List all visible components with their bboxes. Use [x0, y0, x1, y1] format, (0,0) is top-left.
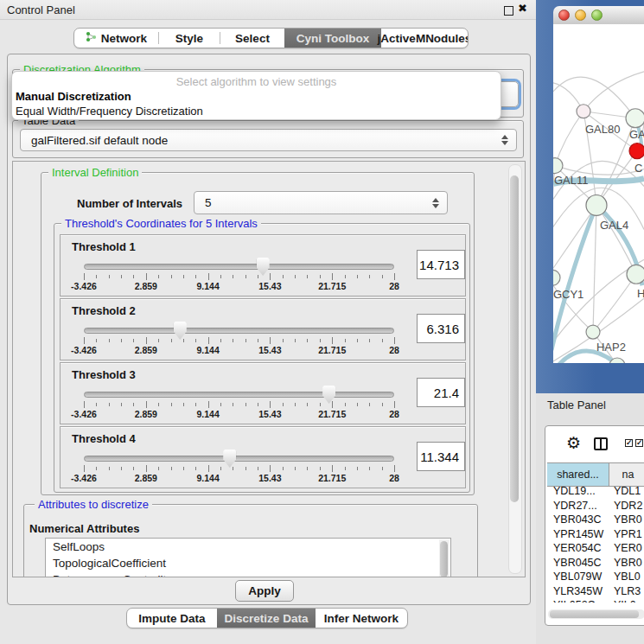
scrollbar-thumb[interactable]	[550, 610, 639, 618]
attributes-list-scrollbar[interactable]	[439, 539, 450, 577]
table-data-select[interactable]: galFiltered.sif default node	[20, 129, 517, 151]
tick-label: 21.715	[308, 409, 356, 419]
network-node-ga[interactable]	[626, 109, 644, 128]
zoom-traffic-light-icon[interactable]	[591, 10, 603, 21]
table-row[interactable]: YLR345WYLR3	[547, 585, 644, 600]
panel-vertical-scrollbar[interactable]	[508, 164, 522, 574]
tab-jactivemnodules[interactable]: jActiveMNodules	[381, 29, 468, 48]
tick-mark	[133, 467, 134, 470]
checkbox-icon[interactable]: ✓	[625, 439, 633, 447]
network-node-hap2[interactable]	[586, 325, 600, 339]
network-node-label: HAP2	[596, 341, 626, 354]
tick-mark	[183, 403, 184, 406]
threshold-slider-track[interactable]	[84, 392, 394, 398]
control-panel-tabs: NetworkStyleSelectCyni ToolboxjActiveMNo…	[73, 28, 469, 48]
tick-mark	[121, 275, 122, 278]
table-row[interactable]: YBR043CYBR0	[547, 513, 644, 528]
tick-mark	[183, 275, 184, 278]
network-node-gal4[interactable]	[586, 194, 607, 215]
apply-button[interactable]: Apply	[235, 580, 294, 602]
checkbox-icon[interactable]: ✓	[635, 439, 643, 447]
tab-style[interactable]: Style	[159, 29, 220, 48]
column-header-shared[interactable]: shared...	[547, 463, 609, 486]
network-view-canvas[interactable]: GAL80GACGAL11GAL4GCY1HHAP2	[553, 24, 644, 363]
column-header-name[interactable]: na	[609, 463, 644, 486]
attribute-list-item[interactable]: BetweennessCentrality	[46, 571, 450, 577]
tab-cyni-toolbox[interactable]: Cyni Toolbox	[284, 29, 381, 48]
algorithm-placeholder-option[interactable]: Select algorithm to view settings	[12, 74, 501, 89]
tab-infer-network[interactable]: Infer Network	[316, 609, 407, 628]
tab-label: Select	[235, 32, 270, 45]
columns-icon[interactable]	[594, 437, 608, 450]
minimize-traffic-light-icon[interactable]	[575, 10, 586, 21]
table-row[interactable]: YER054CYER0	[547, 542, 644, 557]
network-window-titlebar[interactable]	[553, 6, 644, 25]
algorithm-option-equal-width[interactable]: Equal Width/Frequency Discretization	[12, 104, 501, 118]
tick-mark	[220, 275, 221, 278]
tab-discretize-data[interactable]: Discretize Data	[217, 609, 316, 628]
cell-name: YBL0	[609, 571, 644, 585]
network-edge	[583, 72, 644, 112]
threshold-slider-thumb[interactable]	[223, 450, 236, 468]
gear-icon[interactable]: ⚙	[566, 434, 581, 451]
tick-mark	[369, 403, 370, 406]
table-row[interactable]: YBL079WYBL0	[547, 571, 644, 585]
network-node-gcy1[interactable]	[553, 270, 560, 285]
table-row[interactable]: YDR27...YDR2	[547, 500, 644, 514]
tab-select[interactable]: Select	[220, 29, 284, 48]
tick-mark	[295, 275, 296, 278]
tick-mark	[195, 339, 196, 342]
threshold-value-field[interactable]: 21.4	[417, 378, 465, 407]
tick-mark	[332, 337, 333, 344]
threshold-value-field[interactable]: 14.713	[417, 250, 465, 279]
tick-mark	[233, 403, 233, 406]
tick-mark	[84, 273, 85, 280]
tab-impute-data[interactable]: Impute Data	[127, 609, 217, 628]
tick-mark	[84, 337, 85, 344]
tick-mark	[307, 275, 308, 278]
close-icon[interactable]: ✖	[518, 2, 527, 15]
threshold-slider-track[interactable]	[84, 456, 394, 462]
float-window-icon[interactable]	[504, 6, 513, 16]
tick-mark	[357, 339, 358, 342]
table-row[interactable]: YIL052CYIL0	[547, 599, 644, 603]
threshold-value-field[interactable]: 11.344	[417, 442, 465, 471]
threshold-slider-thumb[interactable]	[322, 386, 335, 404]
tick-mark	[146, 273, 147, 280]
attribute-list-item[interactable]: TopologicalCoefficient	[46, 555, 450, 571]
algorithm-option-manual[interactable]: Manual Discretization	[12, 89, 501, 104]
threshold-value-field[interactable]: 6.316	[417, 314, 465, 343]
tick-mark	[345, 403, 346, 406]
table-row[interactable]: YDL19...YDL1	[547, 485, 644, 500]
table-panel-title: Table Panel	[547, 399, 606, 411]
close-traffic-light-icon[interactable]	[558, 10, 570, 21]
network-node-gal80[interactable]	[577, 105, 590, 118]
tick-mark	[307, 403, 308, 406]
cell-name: YPR1	[609, 528, 644, 543]
threshold-slider-thumb[interactable]	[257, 258, 270, 276]
network-node-label: C	[634, 162, 642, 175]
tick-mark	[307, 339, 308, 342]
numerical-attributes-list[interactable]: SelfLoopsTopologicalCoefficientBetweenne…	[45, 538, 451, 577]
table-horizontal-scrollbar[interactable]	[548, 609, 644, 619]
scrollbar-thumb[interactable]	[510, 175, 519, 502]
table-panel: ⚙ ✓ ✓ shared... na YDL19...YDL1YDR27...Y…	[545, 425, 644, 626]
network-node-c[interactable]	[629, 143, 644, 159]
tick-mark	[208, 337, 209, 344]
threshold-slider-thumb[interactable]	[174, 322, 187, 340]
table-row[interactable]: YPR145WYPR1	[547, 528, 644, 543]
table-data-value: galFiltered.sif default node	[21, 134, 168, 147]
tick-label: 2.859	[122, 281, 170, 291]
tick-mark	[283, 403, 284, 406]
tick-mark	[357, 403, 358, 406]
cell-name: YBR0	[609, 557, 644, 571]
network-node-h[interactable]	[627, 265, 644, 284]
threshold-slider-track[interactable]	[84, 264, 394, 270]
tick-mark	[146, 465, 147, 472]
number-of-intervals-select[interactable]: 5	[194, 191, 448, 214]
attribute-list-item[interactable]: SelfLoops	[46, 539, 450, 555]
tab-network[interactable]: Network	[74, 29, 158, 48]
tick-mark	[258, 339, 258, 342]
threshold-slider-track[interactable]	[84, 328, 394, 334]
table-row[interactable]: YBR045CYBR0	[547, 557, 644, 571]
